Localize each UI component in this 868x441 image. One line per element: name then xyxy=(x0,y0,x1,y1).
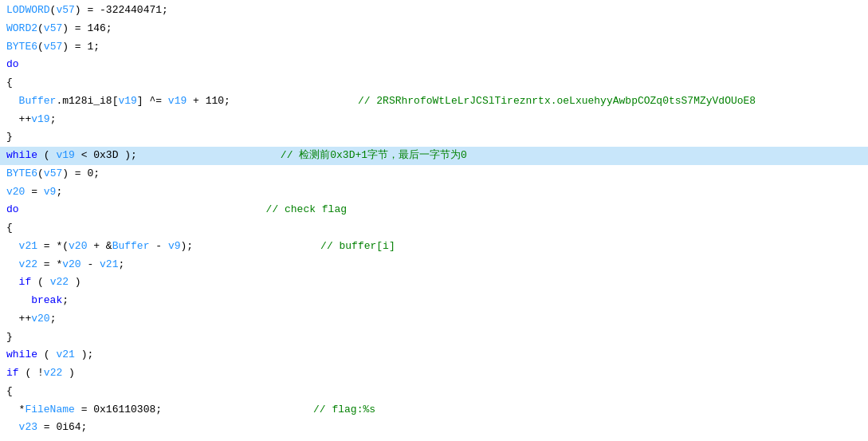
code-line-18: ++v20; xyxy=(0,310,868,329)
code-line-21: if ( !v22 ) xyxy=(0,364,868,383)
code-line-7: ++v19; xyxy=(0,111,868,129)
code-line-9: while ( v19 < 0x3D );// 检测前0x3D+1字节，最后一字… xyxy=(0,147,868,165)
code-line-6: Buffer.m128i_i8[v19] ^= v19 + 110;// 2RS… xyxy=(0,93,868,111)
code-line-1: LODWORD(v57) = -322440471; xyxy=(0,2,868,20)
code-line-19: } xyxy=(0,329,868,347)
code-line-22: { xyxy=(0,383,868,401)
code-line-2: WORD2(v57) = 146; xyxy=(0,20,868,38)
code-line-5: { xyxy=(0,74,868,93)
code-line-3: BYTE6(v57) = 1; xyxy=(0,38,868,57)
code-container: LODWORD(v57) = -322440471;WORD2(v57) = 1… xyxy=(0,0,868,441)
code-line-13: { xyxy=(0,219,868,238)
code-line-14: v21 = *(v20 + &Buffer - v9);// buffer[i] xyxy=(0,238,868,256)
code-line-24: v23 = 0i64; xyxy=(0,419,868,437)
code-line-12: do// check flag xyxy=(0,201,868,219)
code-line-10: BYTE6(v57) = 0; xyxy=(0,165,868,183)
code-line-4: do xyxy=(0,56,868,74)
code-line-20: while ( v21 ); xyxy=(0,346,868,364)
code-line-16: if ( v22 ) xyxy=(0,274,868,292)
code-line-8: } xyxy=(0,128,868,147)
code-line-23: *FileName = 0x16110308;// flag:%s xyxy=(0,401,868,419)
code-line-15: v22 = *v20 - v21; xyxy=(0,256,868,274)
code-line-25: v45 = 0x7F075648; xyxy=(0,437,868,441)
code-line-17: break; xyxy=(0,292,868,310)
code-line-11: v20 = v9; xyxy=(0,183,868,202)
